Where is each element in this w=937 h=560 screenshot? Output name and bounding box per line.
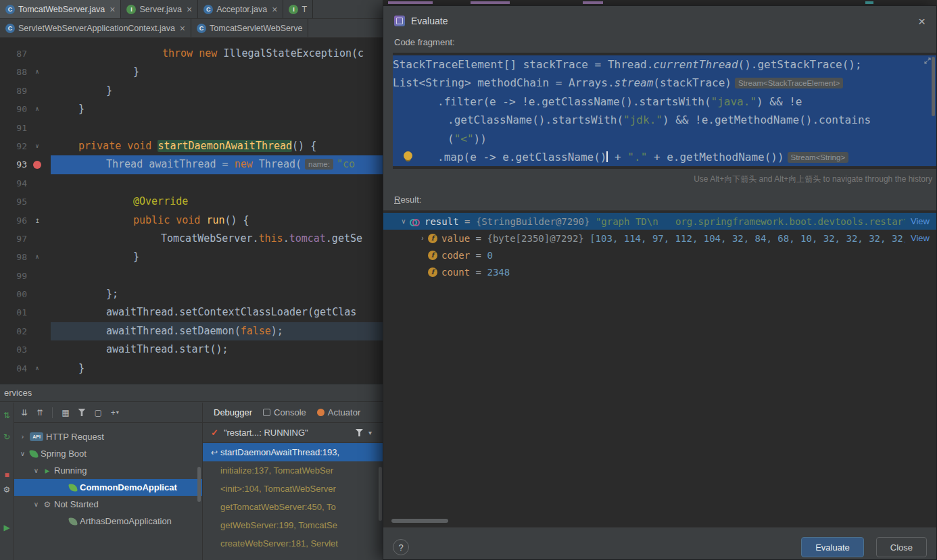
code-fragment-line[interactable]: ("<")) bbox=[393, 130, 936, 148]
panel-tab-console[interactable]: Console bbox=[263, 407, 306, 417]
editor-gutter[interactable]: 97 bbox=[0, 230, 51, 248]
tree-chevron-icon[interactable]: ∨ bbox=[18, 450, 27, 457]
fold-marker-icon[interactable]: ∨ bbox=[27, 137, 47, 155]
tree-chevron-icon[interactable]: › bbox=[18, 433, 27, 440]
editor-gutter[interactable]: 02 bbox=[0, 322, 51, 340]
close-button[interactable]: Close bbox=[876, 537, 927, 557]
editor-gutter[interactable]: 00 bbox=[0, 285, 51, 303]
editor-gutter[interactable]: 01 bbox=[0, 303, 51, 322]
tab-close-icon[interactable]: × bbox=[180, 24, 185, 33]
services-tree-item[interactable]: ∨Spring Boot bbox=[14, 445, 202, 462]
tree-expander-icon[interactable]: ∨ bbox=[398, 218, 409, 225]
filter-icon[interactable] bbox=[78, 409, 85, 416]
code-fragment-scrollbar[interactable] bbox=[932, 57, 935, 116]
code-fragment-line[interactable]: .map(e -> e.getClassName() + "." + e.get… bbox=[393, 148, 936, 166]
stack-frame-row[interactable]: <init>:104, TomcatWebServer bbox=[203, 480, 383, 498]
services-tree-item[interactable]: CommonDemoApplicat bbox=[14, 479, 202, 496]
result-row[interactable]: ∨result = {StringBuilder@7290} "graph TD… bbox=[383, 213, 936, 230]
tree-scrollbar[interactable] bbox=[197, 467, 201, 502]
view-options-icon[interactable]: ▦ bbox=[62, 408, 69, 417]
code-fragment-line[interactable]: List<String> methodChain = Arrays.stream… bbox=[393, 74, 936, 92]
code-line[interactable]: 93Thread awaitThread = new Thread(name:"… bbox=[0, 155, 383, 174]
editor-gutter[interactable]: 04∧ bbox=[0, 359, 51, 378]
evaluate-button[interactable]: Evaluate bbox=[801, 537, 864, 557]
code-fragment-line[interactable]: StackTraceElement[] stackTrace = Thread.… bbox=[393, 55, 936, 74]
expand-editor-icon[interactable] bbox=[923, 57, 932, 65]
tree-chevron-icon[interactable]: ∨ bbox=[32, 467, 41, 474]
help-button[interactable]: ? bbox=[393, 539, 409, 555]
rerun-icon[interactable]: ⇅ bbox=[0, 411, 14, 420]
editor-gutter[interactable]: 98∧ bbox=[0, 248, 51, 266]
run-icon[interactable]: ▶ bbox=[0, 523, 14, 532]
editor-tab[interactable]: CTomcatWebServer.java× bbox=[0, 0, 121, 18]
editor-tab[interactable]: IT bbox=[283, 0, 313, 18]
thread-dropdown-arrow-icon[interactable]: ▾ bbox=[368, 429, 372, 436]
add-service-icon[interactable]: +▾ bbox=[111, 408, 119, 417]
services-tree-item[interactable]: ∨⚙Not Started bbox=[14, 496, 202, 513]
fold-marker-icon[interactable]: ∧ bbox=[27, 63, 47, 81]
editor-gutter[interactable]: 96↥ bbox=[0, 211, 51, 230]
code-fragment-line[interactable]: .getClassName().startsWith("jdk.") && !e… bbox=[393, 111, 936, 129]
services-tree-item[interactable]: ArthasDemoApplication bbox=[14, 513, 202, 530]
panel-tab-debugger[interactable]: Debugger bbox=[214, 407, 252, 417]
group-by-icon[interactable]: ▢ bbox=[94, 408, 101, 417]
code-line[interactable]: 00}; bbox=[0, 285, 383, 303]
stack-frame-row[interactable]: getWebServer:199, TomcatSe bbox=[203, 516, 383, 534]
editor-tab[interactable]: CAcceptor.java× bbox=[198, 0, 283, 18]
editor-gutter[interactable]: 93 bbox=[0, 155, 51, 174]
expand-all-icon[interactable]: ⇊ bbox=[21, 408, 28, 417]
editor-gutter[interactable]: 91 bbox=[0, 119, 51, 137]
code-line[interactable]: 97TomcatWebServer.this.tomcat.getSe bbox=[0, 230, 383, 248]
services-tree-item[interactable]: ›APIHTTP Request bbox=[14, 428, 202, 445]
editor-gutter[interactable]: 88∧ bbox=[0, 63, 51, 81]
editor-tab[interactable]: CServletWebServerApplicationContext.java… bbox=[0, 19, 191, 37]
editor-gutter[interactable]: 94 bbox=[0, 174, 51, 193]
code-fragment-editor[interactable]: StackTraceElement[] stackTrace = Thread.… bbox=[393, 53, 936, 169]
intention-bulb-icon[interactable] bbox=[404, 151, 412, 160]
editor-tab[interactable]: IServer.java× bbox=[121, 0, 198, 18]
code-line[interactable]: 89} bbox=[0, 82, 383, 100]
overrides-marker-icon[interactable]: ↥ bbox=[27, 211, 47, 230]
code-line[interactable]: 91 bbox=[0, 119, 383, 137]
stack-frame-row[interactable]: initialize:137, TomcatWebSer bbox=[203, 461, 383, 480]
stack-frame-row[interactable]: ↩startDaemonAwaitThread:193, bbox=[203, 443, 383, 461]
editor-gutter[interactable]: 87 bbox=[0, 45, 51, 63]
view-link[interactable]: View bbox=[905, 233, 936, 243]
code-line[interactable]: 88∧} bbox=[0, 63, 383, 81]
result-row[interactable]: fcount = 2348 bbox=[383, 263, 936, 280]
collapse-all-icon[interactable]: ⇈ bbox=[37, 408, 43, 417]
tree-chevron-icon[interactable]: ∨ bbox=[32, 501, 41, 508]
dialog-close-icon[interactable]: × bbox=[918, 15, 926, 28]
code-editor[interactable]: 87throw new IllegalStateException(c88∧}8… bbox=[0, 39, 383, 384]
frames-filter-icon[interactable] bbox=[356, 429, 363, 436]
code-line[interactable]: 03awaitThread.start(); bbox=[0, 340, 383, 359]
fold-marker-icon[interactable]: ∧ bbox=[27, 248, 47, 266]
settings-icon[interactable]: ⚙ bbox=[0, 485, 14, 494]
editor-gutter[interactable]: 89 bbox=[0, 82, 51, 100]
code-line[interactable]: 95@Override bbox=[0, 193, 383, 211]
code-line[interactable]: 87throw new IllegalStateException(c bbox=[0, 45, 383, 63]
editor-gutter[interactable]: 92∨ bbox=[0, 137, 51, 155]
frames-scrollbar[interactable] bbox=[379, 467, 382, 521]
code-line[interactable]: 04∧} bbox=[0, 359, 383, 378]
services-tree-item[interactable]: ∨▶Running bbox=[14, 462, 202, 479]
code-line[interactable]: 01awaitThread.setContextClassLoader(getC… bbox=[0, 303, 383, 322]
code-line[interactable]: 99 bbox=[0, 267, 383, 285]
editor-gutter[interactable]: 03 bbox=[0, 340, 51, 359]
editor-gutter[interactable]: 99 bbox=[0, 267, 51, 285]
code-line[interactable]: 94 bbox=[0, 174, 383, 193]
editor-tab[interactable]: CTomcatServletWebServe bbox=[191, 19, 308, 37]
result-row[interactable]: ›fvalue = {byte[2350]@7292} [103, 114, 9… bbox=[383, 230, 936, 247]
tab-close-icon[interactable]: × bbox=[187, 5, 192, 14]
result-row[interactable]: fcoder = 0 bbox=[383, 247, 936, 263]
stack-frame-row[interactable]: createWebServer:181, Servlet bbox=[203, 534, 383, 553]
result-hscrollbar[interactable] bbox=[391, 519, 448, 523]
code-line[interactable]: 90∧} bbox=[0, 100, 383, 118]
editor-gutter[interactable]: 90∧ bbox=[0, 100, 51, 118]
editor-gutter[interactable]: 95 bbox=[0, 193, 51, 211]
view-link[interactable]: View bbox=[905, 216, 936, 226]
code-fragment-line[interactable]: .filter(e -> !e.getClassName().startsWit… bbox=[393, 93, 936, 111]
stack-frame-row[interactable]: getTomcatWebServer:450, To bbox=[203, 498, 383, 516]
tree-expander-icon[interactable]: › bbox=[417, 234, 428, 242]
code-line[interactable]: 02awaitThread.setDaemon(false); bbox=[0, 322, 383, 340]
